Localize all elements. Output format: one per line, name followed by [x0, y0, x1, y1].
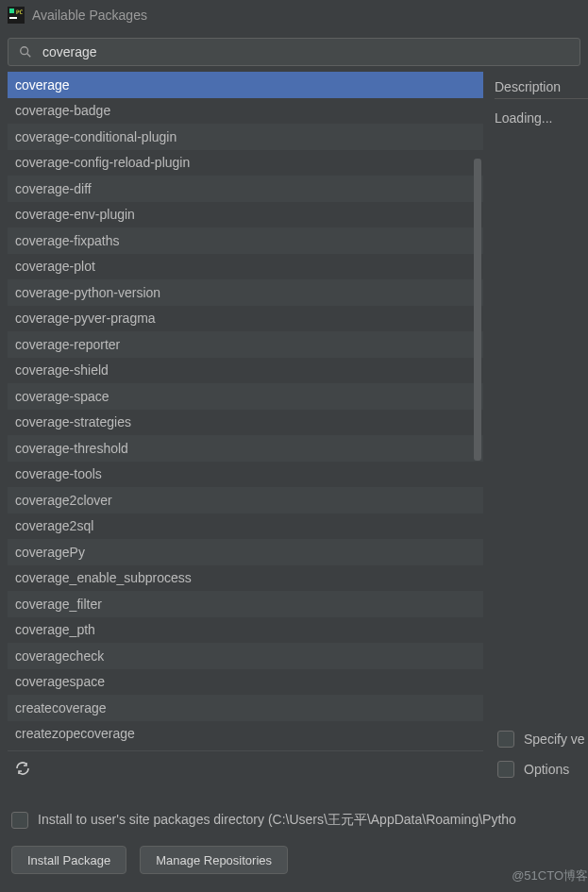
specify-version-label: Specify ve — [524, 732, 585, 747]
package-item[interactable]: coverage_filter — [8, 591, 483, 617]
pycharm-icon: PC — [8, 7, 25, 24]
scrollbar[interactable] — [474, 159, 481, 480]
description-label: Description — [495, 79, 588, 94]
description-panel: Description Loading... — [495, 72, 588, 789]
package-item[interactable]: coverage-pyver-pragma — [8, 306, 483, 332]
package-item[interactable]: coverage-threshold — [8, 435, 483, 462]
package-list[interactable]: coveragecoverage-badgecoverage-condition… — [8, 72, 483, 789]
bottom-buttons: Install Package Manage Repositories — [11, 846, 288, 874]
package-item[interactable]: coverage-fixpaths — [8, 227, 483, 254]
package-item[interactable]: coverage-shield — [8, 358, 483, 384]
install-user-site-row[interactable]: Install to user's site packages director… — [11, 812, 587, 829]
divider — [8, 750, 483, 751]
package-name: coverage-config-reload-plugin — [15, 155, 190, 170]
package-name: coverage-space — [15, 389, 109, 404]
loading-text: Loading... — [495, 110, 588, 126]
svg-point-4 — [21, 47, 28, 55]
package-name: coveragecheck — [15, 648, 104, 664]
package-name: coverage-conditional-plugin — [15, 129, 176, 144]
options-row[interactable]: Options — [497, 761, 588, 778]
package-name: createzopecoverage — [15, 726, 135, 741]
package-name: coverage-python-version — [15, 285, 160, 300]
content-area: coveragecoverage-badgecoverage-condition… — [8, 72, 588, 789]
package-item[interactable]: coverage-badge — [8, 98, 483, 125]
install-package-button[interactable]: Install Package — [11, 846, 126, 874]
specify-version-row[interactable]: Specify ve — [497, 731, 588, 748]
package-item[interactable]: createzopecoverage — [8, 721, 483, 748]
package-item[interactable]: coverage-plot — [8, 254, 483, 280]
package-item[interactable]: coverage-reporter — [8, 331, 483, 358]
titlebar: PC Available Packages — [0, 0, 588, 30]
package-item[interactable]: coverage_enable_subprocess — [8, 565, 483, 592]
package-name: coverage-threshold — [15, 441, 128, 456]
package-item[interactable]: coverage2sql — [8, 513, 483, 540]
package-item[interactable]: createcoverage — [8, 695, 483, 721]
search-icon — [18, 44, 33, 59]
options-checkbox[interactable] — [497, 761, 514, 778]
install-user-site-checkbox[interactable] — [11, 812, 28, 829]
options-label: Options — [524, 762, 569, 777]
package-name: coverage_pth — [15, 622, 95, 637]
svg-text:PC: PC — [16, 8, 24, 15]
package-item[interactable]: coverage-diff — [8, 176, 483, 202]
package-name: coverage-strategies — [15, 414, 131, 429]
package-name: coverage-badge — [15, 103, 110, 118]
package-item[interactable]: coverage-env-plugin — [8, 202, 483, 228]
package-name: coverage2clover — [15, 493, 112, 508]
search-input[interactable] — [42, 44, 570, 59]
package-item[interactable]: coverage2clover — [8, 487, 483, 513]
package-item[interactable]: coverage-conditional-plugin — [8, 124, 483, 150]
divider — [495, 98, 588, 99]
package-item[interactable]: coverage-space — [8, 383, 483, 410]
package-name: coverage-env-plugin — [15, 207, 135, 222]
watermark: @51CTO博客 — [512, 867, 588, 884]
svg-rect-2 — [9, 17, 17, 19]
refresh-icon[interactable] — [15, 761, 32, 778]
package-name: coverage-shield — [15, 362, 109, 378]
search-bar[interactable] — [8, 38, 580, 66]
package-name: coverage-plot — [15, 259, 95, 274]
package-item[interactable]: coverage-python-version — [8, 279, 483, 306]
package-name: createcoverage — [15, 700, 107, 715]
package-item[interactable]: coverage-tools — [8, 462, 483, 488]
manage-repositories-button[interactable]: Manage Repositories — [140, 846, 288, 874]
specify-version-checkbox[interactable] — [497, 731, 514, 748]
package-name: coverage2sql — [15, 518, 93, 533]
package-name: coverage-diff — [15, 181, 92, 196]
package-item[interactable]: coverage-config-reload-plugin — [8, 150, 483, 177]
package-name: coverage — [15, 77, 70, 93]
svg-rect-1 — [9, 8, 14, 13]
package-item[interactable]: coveragespace — [8, 669, 483, 696]
package-name: coveragePy — [15, 545, 85, 560]
package-name: coverage_filter — [15, 597, 102, 612]
package-name: coverage_enable_subprocess — [15, 570, 192, 585]
refresh-row — [8, 753, 483, 785]
right-options: Specify ve Options — [497, 731, 588, 791]
package-item[interactable]: coverage — [8, 72, 483, 98]
scrollbar-thumb[interactable] — [474, 159, 481, 461]
package-item[interactable]: coverage_pth — [8, 617, 483, 644]
package-name: coverage-pyver-pragma — [15, 311, 156, 326]
package-name: coveragespace — [15, 674, 105, 689]
window-title: Available Packages — [32, 8, 147, 23]
package-name: coverage-tools — [15, 466, 102, 481]
install-user-site-label: Install to user's site packages director… — [38, 812, 516, 829]
package-item[interactable]: coveragecheck — [8, 643, 483, 669]
package-name: coverage-reporter — [15, 337, 120, 352]
package-name: coverage-fixpaths — [15, 233, 120, 248]
package-item[interactable]: coverage-strategies — [8, 410, 483, 436]
svg-line-5 — [27, 54, 31, 58]
package-item[interactable]: coveragePy — [8, 539, 483, 565]
